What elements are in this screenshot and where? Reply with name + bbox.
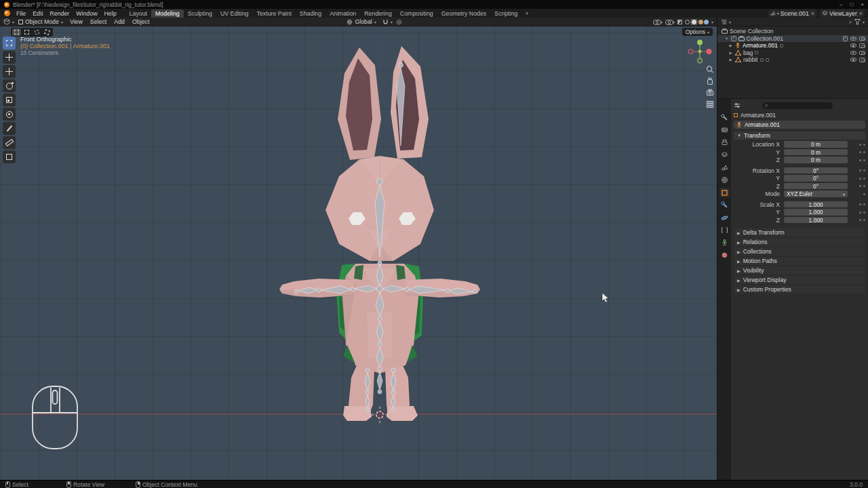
tool-transform[interactable] [3,108,16,121]
location-y-field[interactable]: 0 m [784,149,848,156]
menu-help[interactable]: Help [101,9,120,18]
viewlayer-selector[interactable]: ViewLayer × [820,9,865,17]
tool-cursor[interactable] [3,51,16,64]
scale-z-field[interactable]: 1.000 [784,217,848,224]
tab-render[interactable] [719,125,730,135]
tab-compositing[interactable]: Compositing [396,9,437,18]
menu-window[interactable]: Window [73,9,100,18]
rotation-y-field[interactable]: 0° [784,175,848,182]
tab-view-layer[interactable] [719,150,730,160]
select-mode-tweak[interactable] [12,28,21,36]
collection-checkbox[interactable]: ✓ [731,36,736,41]
decorator-icons[interactable] [848,169,865,171]
tool-select-box[interactable] [3,37,16,49]
transform-orientation-selector[interactable]: Global ▾ [344,18,378,25]
tool-annotate[interactable] [3,122,16,135]
camera-visibility-icon[interactable] [859,43,865,48]
decorator-icons[interactable] [848,159,865,161]
gizmo-axis-center[interactable] [698,50,702,54]
menu-add[interactable]: Add [111,18,127,25]
decorator-icons[interactable] [848,219,865,221]
select-mode-circle[interactable] [33,28,41,36]
menu-file[interactable]: File [13,9,29,18]
outliner-row-bag[interactable]: ▶ bag [717,49,868,57]
tab-rendering[interactable]: Rendering [360,9,396,18]
shading-wireframe-icon[interactable] [685,20,690,24]
gizmo-axis-top[interactable] [697,40,703,45]
camera-view-icon[interactable] [707,89,713,95]
rotation-mode-dropdown[interactable]: XYZ Euler ▾ [784,190,848,197]
xray-toggle-icon[interactable] [677,20,682,24]
section-custom-properties[interactable]: ▶Custom Properties [734,285,865,293]
camera-visibility-icon[interactable] [859,58,865,62]
rotation-x-field[interactable]: 0° [784,167,848,174]
breadcrumb-object[interactable]: Armature.001 [741,112,776,119]
shading-solid-active[interactable] [690,19,698,25]
section-viewport-display[interactable]: ▶Viewport Display [734,276,865,284]
navigation-gizmo[interactable] [688,39,712,64]
tab-sculpting[interactable]: Sculpting [184,9,216,18]
tab-object-data[interactable] [719,238,730,247]
eye-icon[interactable] [850,43,856,47]
tab-material[interactable] [719,251,730,260]
menu-render[interactable]: Render [46,9,73,18]
decorator-icons[interactable] [848,178,865,180]
transform-panel-header[interactable]: ▼ Transform [734,131,865,140]
collection-exclude-checkbox[interactable]: ✓ [843,36,848,41]
collection-expander[interactable]: ▼ [724,37,729,41]
tool-add-cube[interactable] [3,150,16,163]
tool-scale[interactable] [3,94,16,106]
camera-visibility-icon[interactable] [859,51,865,56]
tab-constraints[interactable] [719,226,730,235]
tab-tool[interactable] [719,113,730,122]
section-visibility[interactable]: ▶Visibility [734,266,865,274]
viewport-canvas[interactable]: Options ▾ Front Orthographic (0) Collect… [0,26,717,480]
decorator-icons[interactable] [848,151,865,153]
scale-x-field[interactable]: 1.000 [784,201,848,208]
rabbit-expander[interactable]: ▶ [728,58,733,62]
select-mode-box[interactable] [22,28,31,36]
decorator-icons[interactable] [848,203,865,205]
filter-arrow[interactable]: ▾ [863,20,865,24]
pan-hand-icon[interactable] [708,77,713,85]
menu-edit[interactable]: Edit [29,9,46,18]
rotation-z-field[interactable]: 0° [784,183,848,190]
menu-select[interactable]: Select [87,18,109,25]
tab-scene[interactable] [719,163,730,172]
eye-icon[interactable] [850,37,856,41]
tab-modeling[interactable]: Modeling [151,9,184,18]
outliner-row-scene-collection[interactable]: Scene Collection [717,28,868,35]
gizmo-axis-right[interactable] [707,49,712,54]
tab-physics[interactable] [719,213,730,222]
overlays-toggle[interactable]: ▾ [665,19,675,24]
zoom-icon[interactable] [707,66,713,73]
shading-material-icon[interactable] [698,20,703,24]
gizmo-axis-left[interactable] [688,49,693,54]
outliner-row-armature[interactable]: ▶ Armature.001 [717,42,868,49]
snapping-arrow[interactable]: ▾ [391,20,393,24]
section-relations[interactable]: ▶Relations [734,238,865,246]
properties-search-input[interactable]: ⌕ [762,102,833,109]
tab-texture-paint[interactable]: Texture Paint [253,9,296,18]
outliner-search-icon[interactable]: ⌕ [849,18,852,26]
viewlayer-unlink-icon[interactable]: × [859,10,863,17]
maximize-button[interactable]: □ [850,1,853,7]
add-workspace-button[interactable]: + [522,9,532,18]
shading-dropdown-arrow[interactable]: ▾ [711,20,713,24]
section-motion-paths[interactable]: ▶Motion Paths [734,257,865,265]
scene-selector[interactable]: ▾ Scene.001 × [768,9,816,17]
menu-view[interactable]: View [67,18,85,25]
armature-expander[interactable]: ▶ [728,43,733,47]
tab-geometry-nodes[interactable]: Geometry Nodes [437,9,491,18]
eye-icon[interactable] [850,58,856,62]
outliner-editor-arrow[interactable]: ▾ [729,20,731,24]
ortho-grid-icon[interactable] [707,102,713,108]
gizmo-axis-bottom[interactable] [697,58,702,63]
scale-y-field[interactable]: 1.000 [784,209,848,216]
section-collections[interactable]: ▶Collections [734,247,865,256]
bag-expander[interactable]: ▶ [728,51,733,55]
object-name-field[interactable]: Armature.001 [734,121,865,129]
tab-shading[interactable]: Shading [296,9,326,18]
tab-scripting[interactable]: Scripting [490,9,521,18]
outliner-editor-icon[interactable] [721,19,727,25]
